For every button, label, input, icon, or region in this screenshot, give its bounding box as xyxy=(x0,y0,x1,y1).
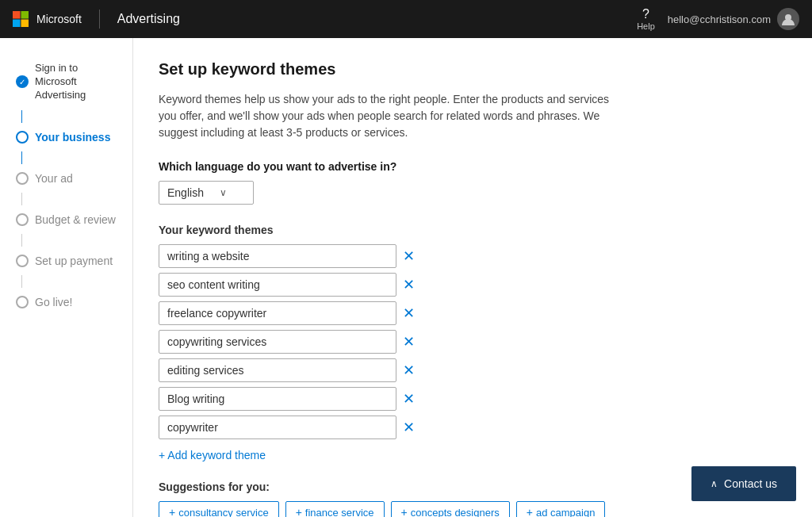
help-button[interactable]: ? Help xyxy=(637,7,655,31)
connector-4 xyxy=(21,234,22,247)
plus-icon: + xyxy=(169,506,175,517)
keyword-row: ✕ xyxy=(159,244,787,268)
user-email: hello@cchristison.com xyxy=(668,13,771,25)
avatar[interactable] xyxy=(777,8,799,30)
step-indicator-your-ad xyxy=(16,172,29,185)
keyword-input-7[interactable] xyxy=(159,416,396,439)
page-title: Set up keyword themes xyxy=(159,60,787,79)
step-indicator-budget-review xyxy=(16,213,29,226)
connector-3 xyxy=(21,193,22,205)
keyword-row: ✕ xyxy=(159,273,787,297)
suggestion-label: ad campaign xyxy=(536,507,595,518)
keyword-row: ✕ xyxy=(159,387,787,411)
language-section-label: Which language do you want to advertise … xyxy=(159,160,787,173)
suggestions-container: +consultancy service+finance service+con… xyxy=(159,501,634,517)
help-label: Help xyxy=(637,21,655,31)
svg-rect-2 xyxy=(13,19,21,27)
suggestion-label: concepts designers xyxy=(411,507,500,518)
contact-us-label: Contact us xyxy=(724,477,777,490)
sidebar-label-your-ad: Your ad xyxy=(35,172,73,185)
keyword-row: ✕ xyxy=(159,416,787,439)
language-value: English xyxy=(167,186,204,199)
svg-rect-1 xyxy=(21,11,29,19)
top-nav: Microsoft Advertising ? Help hello@cchri… xyxy=(0,0,812,38)
sidebar-label-budget-review: Budget & review xyxy=(35,213,116,226)
keyword-list: ✕✕✕✕✕✕✕ xyxy=(159,244,787,439)
suggestion-chip-4[interactable]: +ad campaign xyxy=(516,501,606,517)
sidebar-label-sign-in: Sign in to Microsoft Advertising xyxy=(35,62,117,102)
remove-keyword-button-1[interactable]: ✕ xyxy=(403,249,415,263)
plus-icon: + xyxy=(527,506,533,517)
nav-right: ? Help hello@cchristison.com xyxy=(637,7,799,31)
svg-rect-0 xyxy=(13,11,21,19)
main-content: Set up keyword themes Keyword themes hel… xyxy=(133,38,812,517)
remove-keyword-button-4[interactable]: ✕ xyxy=(403,335,415,349)
remove-keyword-button-2[interactable]: ✕ xyxy=(403,278,415,292)
connector-5 xyxy=(21,275,22,288)
sidebar-item-budget-review[interactable]: Budget & review xyxy=(0,205,132,234)
connector-1 xyxy=(21,110,22,123)
suggestion-label: finance service xyxy=(305,507,374,518)
connector-2 xyxy=(21,151,22,164)
chevron-up-icon: ∧ xyxy=(710,478,718,489)
sidebar-label-go-live: Go live! xyxy=(35,296,72,308)
sidebar-item-set-up-payment[interactable]: Set up payment xyxy=(0,247,132,275)
step-indicator-go-live xyxy=(16,296,29,308)
keyword-input-2[interactable] xyxy=(159,273,396,297)
add-keyword-label: + Add keyword theme xyxy=(159,449,266,461)
advertising-title: Advertising xyxy=(117,12,180,26)
suggestion-chip-1[interactable]: +consultancy service xyxy=(159,501,279,517)
keyword-themes-label: Your keyword themes xyxy=(159,224,787,236)
contact-us-button[interactable]: ∧ Contact us xyxy=(691,466,796,501)
logo-area: Microsoft Advertising xyxy=(13,10,180,29)
sidebar-label-set-up-payment: Set up payment xyxy=(35,255,113,267)
microsoft-logo xyxy=(13,11,29,27)
page-description: Keyword themes help us show your ads to … xyxy=(159,91,619,141)
keyword-row: ✕ xyxy=(159,358,787,382)
sidebar-label-your-business: Your business xyxy=(35,131,110,144)
sidebar-item-sign-in[interactable]: Sign in to Microsoft Advertising xyxy=(0,54,132,110)
svg-rect-3 xyxy=(21,19,29,27)
user-info: hello@cchristison.com xyxy=(668,8,799,30)
keyword-row: ✕ xyxy=(159,330,787,354)
keyword-input-1[interactable] xyxy=(159,244,396,268)
remove-keyword-button-5[interactable]: ✕ xyxy=(403,363,415,377)
keyword-row: ✕ xyxy=(159,301,787,325)
language-dropdown[interactable]: English ∨ xyxy=(159,181,254,205)
main-layout: Sign in to Microsoft Advertising Your bu… xyxy=(0,38,812,517)
sidebar: Sign in to Microsoft Advertising Your bu… xyxy=(0,38,133,517)
step-indicator-set-up-payment xyxy=(16,255,29,267)
keyword-input-6[interactable] xyxy=(159,387,396,411)
keyword-input-4[interactable] xyxy=(159,330,396,354)
suggestion-label: consultancy service xyxy=(178,507,268,518)
ms-brand-label: Microsoft xyxy=(36,13,82,25)
remove-keyword-button-7[interactable]: ✕ xyxy=(403,420,415,435)
suggestion-chip-2[interactable]: +finance service xyxy=(285,501,385,517)
plus-icon: + xyxy=(401,506,408,517)
suggestion-chip-3[interactable]: +concepts designers xyxy=(391,501,510,517)
keyword-input-3[interactable] xyxy=(159,301,396,325)
nav-divider xyxy=(99,10,100,29)
chevron-down-icon: ∨ xyxy=(220,187,227,198)
remove-keyword-button-3[interactable]: ✕ xyxy=(403,306,415,320)
question-icon: ? xyxy=(642,7,649,21)
sidebar-item-your-business[interactable]: Your business xyxy=(0,123,132,151)
add-keyword-button[interactable]: + Add keyword theme xyxy=(159,449,266,461)
sidebar-item-go-live[interactable]: Go live! xyxy=(0,288,132,316)
remove-keyword-button-6[interactable]: ✕ xyxy=(403,392,415,406)
plus-icon: + xyxy=(296,506,302,517)
step-indicator-sign-in xyxy=(16,75,29,88)
step-indicator-your-business xyxy=(16,131,29,144)
sidebar-item-your-ad[interactable]: Your ad xyxy=(0,164,132,193)
keyword-input-5[interactable] xyxy=(159,358,396,382)
